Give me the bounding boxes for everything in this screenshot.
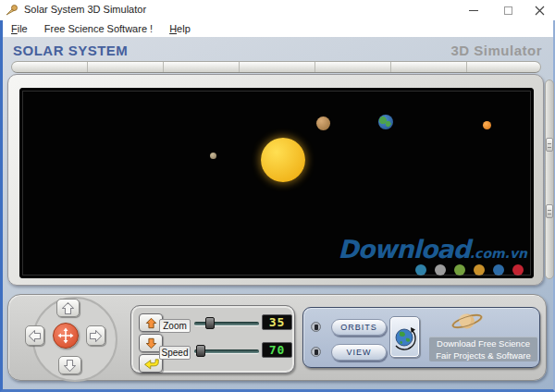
close-icon xyxy=(535,6,545,16)
vertical-rotation-handle[interactable] xyxy=(546,204,553,218)
maximize-icon xyxy=(504,6,512,15)
watermark-dot xyxy=(454,264,465,276)
minimize-icon xyxy=(469,10,478,11)
close-button[interactable] xyxy=(527,1,551,19)
viewport-frame: Download.com.vn xyxy=(7,74,544,286)
watermark-text: Download xyxy=(338,235,469,263)
maximize-button[interactable] xyxy=(496,1,520,19)
pan-up-button[interactable] xyxy=(56,299,80,317)
planet-mercury xyxy=(210,153,216,159)
view-button[interactable]: VIEW xyxy=(331,344,387,361)
page-title: SOLAR SYSTEM xyxy=(13,43,128,58)
content-area: SOLAR SYSTEM 3D Simulator Download.com.v… xyxy=(0,37,555,392)
pan-up-icon xyxy=(61,301,75,315)
watermark: Download.com.vn xyxy=(338,235,527,263)
menu-free-science-software[interactable]: Free Science Software ! xyxy=(36,21,161,36)
app-window: Solar System 3D Simulator File Free Scie… xyxy=(0,0,555,392)
window-title: Solar System 3D Simulator xyxy=(24,4,146,15)
watermark-dot xyxy=(435,264,446,276)
pan-right-icon xyxy=(89,329,103,343)
view-indicator xyxy=(311,347,321,357)
pan-left-icon xyxy=(28,329,42,343)
zoom-slider-handle[interactable] xyxy=(205,317,215,329)
watermark-dot xyxy=(474,264,485,276)
watermark-dot xyxy=(493,264,504,276)
earth-orbit-icon xyxy=(392,324,417,350)
viewport-screen[interactable]: Download.com.vn xyxy=(19,88,534,278)
planet-venus xyxy=(316,116,330,130)
planet-sun xyxy=(261,138,305,182)
app-body: File Free Science Software ! Help SOLAR … xyxy=(0,20,555,392)
download-promo-button[interactable]: Download Free Science Fair Projects & So… xyxy=(429,337,537,361)
watermark-suffix: .com.vn xyxy=(470,246,527,261)
menu-file[interactable]: File xyxy=(3,21,36,36)
speed-slider-handle[interactable] xyxy=(196,345,205,357)
promo-line1: Download Free Science xyxy=(429,337,537,349)
page-subtitle: 3D Simulator xyxy=(450,43,542,58)
zoom-slider[interactable] xyxy=(194,322,259,326)
promo-line2: Fair Projects & Software xyxy=(429,349,537,361)
control-deck: Zoom 35 Speed 70 ORBITS VIEW xyxy=(7,294,547,381)
vertical-rotation-track[interactable] xyxy=(545,80,554,279)
zoom-out-icon xyxy=(145,337,157,349)
vertical-rotation-handle[interactable] xyxy=(546,138,553,152)
orbits-indicator xyxy=(311,322,321,332)
horizontal-rotation-track[interactable] xyxy=(11,61,541,73)
menubar: File Free Science Software ! Help xyxy=(3,20,553,37)
minimize-button[interactable] xyxy=(462,1,486,19)
speed-slider[interactable] xyxy=(194,349,259,354)
titlebar: Solar System 3D Simulator xyxy=(0,0,555,20)
menu-help[interactable]: Help xyxy=(161,21,199,36)
watermark-dot xyxy=(415,264,426,276)
zoom-label: Zoom xyxy=(159,319,191,333)
zoom-led: 35 xyxy=(262,314,292,330)
planet-mars xyxy=(483,121,491,129)
pan-right-button[interactable] xyxy=(86,325,105,346)
orbits-button[interactable]: ORBITS xyxy=(331,319,387,336)
pan-left-button[interactable] xyxy=(25,325,44,346)
app-icon xyxy=(6,4,18,17)
reset-icon xyxy=(143,358,159,370)
watermark-dot xyxy=(512,264,524,276)
center-move-button[interactable] xyxy=(53,323,79,349)
planet-earth xyxy=(378,115,393,129)
speed-label: Speed xyxy=(159,346,191,360)
move-icon xyxy=(57,327,74,344)
watermark-dots xyxy=(415,264,524,276)
zoom-speed-panel: Zoom 35 Speed 70 xyxy=(130,305,295,374)
earth-view-button[interactable] xyxy=(389,316,420,358)
zoom-in-icon xyxy=(145,317,157,329)
speed-led: 70 xyxy=(262,342,292,358)
saturn-icon xyxy=(450,309,485,334)
pan-down-icon xyxy=(63,359,77,373)
pan-down-button[interactable] xyxy=(58,356,81,374)
options-panel: ORBITS VIEW xyxy=(302,307,540,368)
